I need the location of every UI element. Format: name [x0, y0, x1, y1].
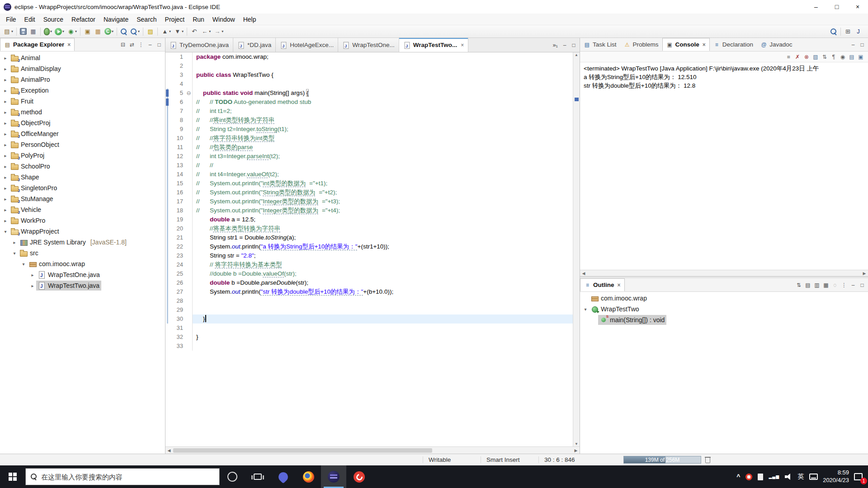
line-number-29[interactable]: 29	[170, 305, 185, 314]
scroll-right-icon[interactable]: ▶	[572, 448, 580, 453]
link-with-editor-button[interactable]: ⇄	[127, 38, 137, 51]
view-menu-button[interactable]: ⋮	[137, 38, 146, 51]
twistie-icon[interactable]: ▸	[2, 131, 9, 136]
line-number-9[interactable]: 9	[170, 125, 185, 134]
pe-item-wrappproject[interactable]: ▾JWrappProject	[0, 226, 165, 237]
remove-all-launches-button[interactable]: ⊗	[802, 52, 811, 62]
pe-item-animal[interactable]: ▸JAnimal	[0, 52, 165, 63]
twistie-icon[interactable]: ▸	[2, 153, 9, 158]
line-number-24[interactable]: 24	[170, 260, 185, 269]
previous-annotation-button[interactable]: ▲▾	[160, 26, 172, 37]
minimize-window-button[interactable]: –	[806, 0, 826, 14]
run-garbage-collector-button[interactable]	[705, 456, 711, 463]
minimize-editor-button[interactable]: –	[560, 38, 569, 52]
pe-item-wraptesttwo-java[interactable]: ▸JWrapTestTwo.java	[0, 280, 165, 291]
code-line-27[interactable]: 27 System.out.println("str 转换为double型后+1…	[165, 287, 573, 296]
line-number-6[interactable]: 6	[170, 98, 185, 107]
line-number-19[interactable]: 19	[170, 215, 185, 224]
editor-vertical-scrollbar[interactable]: ▲ ▼	[573, 52, 580, 446]
view-menu-button[interactable]: ⋮	[840, 278, 849, 291]
code-line-19[interactable]: 19 double a = 12.5;	[165, 215, 573, 224]
view-tab-problems[interactable]: ⚠Problems	[620, 38, 662, 51]
code-line-13[interactable]: 13// //	[165, 161, 573, 170]
pe-item-exception[interactable]: ▸JException	[0, 85, 165, 96]
pe-item-personobject[interactable]: ▸PersonObject	[0, 139, 165, 150]
quick-access-search-button[interactable]	[829, 26, 839, 37]
pe-item-jre-system-library[interactable]: ▸JRE System Library[JavaSE-1.8]	[0, 237, 165, 248]
pe-item-schoolpro[interactable]: ▸SchoolPro	[0, 161, 165, 172]
twistie-icon[interactable]: ▾	[20, 262, 27, 267]
code-line-33[interactable]: 33	[165, 342, 573, 351]
twistie-icon[interactable]: ▸	[2, 77, 9, 82]
open-perspective-button[interactable]: ⊞	[843, 26, 853, 37]
twistie-icon[interactable]: ▸	[2, 66, 9, 71]
maximize-view-button[interactable]: □	[155, 38, 164, 51]
menu-file[interactable]: File	[2, 14, 20, 25]
scroll-down-icon[interactable]: ▼	[573, 442, 580, 446]
twistie-icon[interactable]: ▸	[2, 164, 9, 169]
netease-music-taskbar-button[interactable]	[346, 465, 372, 488]
display-selected-console-button[interactable]: ▤	[847, 52, 856, 62]
editor-tab-wraptestone[interactable]: JWrapTestOne...	[338, 38, 399, 52]
twistie-icon[interactable]: ▸	[2, 56, 9, 61]
search-input[interactable]	[41, 473, 215, 481]
pe-item-animaldisplay[interactable]: ▸AnimalDisplay	[0, 63, 165, 74]
line-number-11[interactable]: 11	[170, 143, 185, 152]
scroll-right-icon[interactable]: ▶	[861, 271, 868, 276]
menu-help[interactable]: Help	[239, 14, 260, 25]
line-number-10[interactable]: 10	[170, 134, 185, 143]
view-tab-console[interactable]: ▣Console×	[662, 38, 710, 51]
code-line-17[interactable]: 17// System.out.println("Integer类型的数据为 =…	[165, 197, 573, 206]
console-horizontal-scrollbar[interactable]: ◀ ▶	[580, 270, 868, 276]
menu-project[interactable]: Project	[161, 14, 189, 25]
line-number-2[interactable]: 2	[170, 61, 185, 70]
mark-occurrences-button[interactable]: ▨	[145, 26, 156, 37]
hide-fields-button[interactable]: ▤	[803, 278, 812, 291]
search-button[interactable]: ▾	[129, 26, 141, 37]
code-line-11[interactable]: 11// //包装类的parse	[165, 143, 573, 152]
scroll-left-icon[interactable]: ◀	[165, 448, 173, 453]
menu-navigate[interactable]: Navigate	[99, 14, 132, 25]
pe-item-shape[interactable]: ▸JShape	[0, 172, 165, 183]
line-number-22[interactable]: 22	[170, 242, 185, 251]
new-wizard-button[interactable]: ▤▾	[2, 26, 14, 37]
minimize-view-button[interactable]: –	[849, 278, 858, 291]
twistie-icon[interactable]: ▸	[2, 99, 9, 104]
taskbar-search[interactable]	[25, 468, 220, 485]
line-number-17[interactable]: 17	[170, 197, 185, 206]
code-line-20[interactable]: 20 //将基本类型转换为字符串	[165, 224, 573, 233]
editor-tab-trydemoone-java[interactable]: JTryDemoOne.java	[165, 38, 233, 52]
code-line-10[interactable]: 10// //将字符串转换为int类型	[165, 134, 573, 143]
forward-button[interactable]: →▾	[212, 26, 225, 37]
tray-document-button[interactable]	[755, 465, 766, 488]
twistie-icon[interactable]: ▸	[29, 283, 36, 288]
close-view-icon[interactable]: ×	[67, 42, 71, 48]
firefox-taskbar-button[interactable]	[296, 465, 321, 488]
twistie-icon[interactable]: ▸	[2, 142, 9, 147]
tray-security-button[interactable]	[743, 465, 755, 488]
tray-expand-button[interactable]: ^	[734, 465, 743, 488]
last-edit-location-button[interactable]: ↶	[189, 26, 199, 37]
outline-item-wraptesttwo[interactable]: ▾WrapTestTwo	[580, 304, 868, 314]
action-center-button[interactable]: 1	[851, 465, 865, 488]
taskbar-clock[interactable]: 8:59 2020/4/23	[821, 465, 851, 488]
line-number-3[interactable]: 3	[170, 70, 185, 80]
fold-collapse-icon[interactable]: ⊖	[185, 89, 193, 98]
code-area[interactable]: 1package com.imooc.wrap;23public class W…	[165, 52, 573, 446]
twistie-icon[interactable]: ▸	[2, 110, 9, 115]
code-line-23[interactable]: 23 String str = "2.8";	[165, 251, 573, 260]
twistie-icon[interactable]: ▸	[11, 240, 18, 245]
tray-network-button[interactable]: ▂▄▆	[766, 465, 782, 488]
pe-item-animalpro[interactable]: ▸AnimalPro	[0, 74, 165, 85]
minimize-view-button[interactable]: –	[146, 38, 155, 51]
code-line-31[interactable]: 31	[165, 324, 573, 333]
line-number-1[interactable]: 1	[170, 52, 185, 61]
menu-source[interactable]: Source	[39, 14, 67, 25]
pe-item-method[interactable]: ▸Jmethod	[0, 107, 165, 117]
code-line-14[interactable]: 14// int t4=Integer.valueOf(t2);	[165, 170, 573, 179]
pin-console-button[interactable]: ◉	[838, 52, 847, 62]
line-number-28[interactable]: 28	[170, 296, 185, 305]
code-line-25[interactable]: 25 //double b =Double.valueOf(str);	[165, 269, 573, 278]
save-button[interactable]	[19, 26, 28, 37]
collapse-all-button[interactable]: ⊟	[118, 38, 127, 51]
